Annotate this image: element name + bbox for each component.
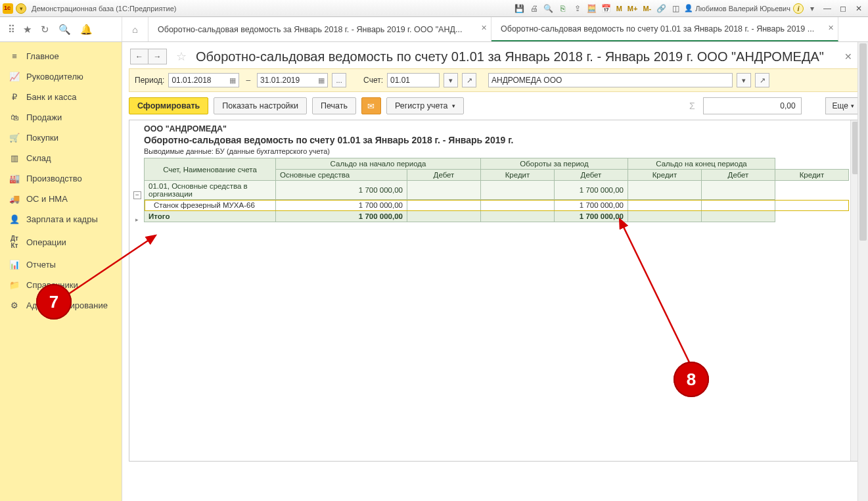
tab-home[interactable]: ⌂ [122,17,148,41]
row-value: 1 700 000,00 [276,211,407,222]
more-label: Еще [833,101,848,110]
sidebar-item-assets[interactable]: 🚚ОС и НМА [0,189,122,209]
account-label: Счет: [363,76,383,85]
notifications-icon[interactable]: 🔔 [80,24,93,36]
tab-report-1[interactable]: Оборотно-сальдовая ведомость за Январь 2… [148,17,491,41]
tab-close-icon[interactable]: ✕ [481,24,487,32]
col-credit: Кредит [481,170,555,181]
organization-value: АНДРОМЕДА ООО [491,76,562,85]
calendar-icon[interactable]: ▦ [318,76,325,85]
sidebar-item-label: Руководителю [26,72,83,82]
sidebar-item-operations[interactable]: ДтКтОперации [0,229,122,254]
period-picker-button[interactable]: ... [332,73,346,87]
sidebar-item-purchases[interactable]: 🛒Покупки [0,128,122,148]
report-title: Оборотно-сальдовая ведомость по счету 01… [144,133,857,145]
export-icon[interactable]: ⇪ [572,3,583,14]
content-scrollbar[interactable] [857,42,868,501]
app-logo-icon [3,3,13,14]
table-row-total: Итого 1 700 000,00 1 700 000,00 [145,211,849,222]
close-window-button[interactable]: ✕ [852,4,865,13]
preview-icon[interactable]: 🔍 [543,3,555,14]
sidebar-item-warehouse[interactable]: ▥Склад [0,148,122,168]
org-open-button[interactable]: ↗ [755,73,769,87]
sidebar-item-reports[interactable]: 📊Отчеты [0,254,122,275]
link-icon[interactable]: 🔗 [655,3,667,14]
sidebar-item-label: Зарплата и кадры [26,214,98,224]
collapse-row-button[interactable]: − [133,191,141,199]
mail-button[interactable]: ✉ [361,97,381,114]
account-open-button[interactable]: ↗ [462,73,476,87]
calendar-icon[interactable]: ▦ [229,76,236,85]
calc-icon[interactable]: 🧮 [586,3,598,14]
row-value: 1 700 000,00 [276,200,407,211]
print-icon[interactable]: 🖨 [528,3,540,14]
save-icon[interactable]: 💾 [514,3,526,14]
col-credit: Кредит [775,170,849,181]
memory-mminus-button[interactable]: M- [641,5,652,12]
favorite-icon[interactable]: ★ [23,24,32,36]
app-title: Демонстрационная база (1С:Предприятие) [32,5,176,12]
page-close-button[interactable]: ✕ [840,51,856,62]
show-settings-button[interactable]: Показать настройки [214,97,307,114]
content-area: ← → ☆ Оборотно-сальдовая ведомость по сч… [122,42,868,501]
sidebar-item-manager[interactable]: 📈Руководителю [0,66,122,87]
sidebar-item-sales[interactable]: 🛍Продажи [0,107,122,128]
report-viewport[interactable]: ООО "АНДРОМЕДА" Оборотно-сальдовая ведом… [129,120,861,462]
col-debit: Дебет [555,170,628,181]
tab-label: Оборотно-сальдовая ведомость за Январь 2… [158,25,462,34]
account-dropdown-button[interactable]: ▾ [444,73,458,87]
user-area[interactable]: 👤 Любимов Валерий Юрьевич [684,4,790,12]
minimize-button[interactable]: — [821,4,834,13]
info-dropdown-icon[interactable]: ▾ [806,3,818,14]
favorite-toggle-icon[interactable]: ☆ [176,49,187,64]
chevron-down-icon: ▾ [452,103,455,109]
dropdown-icon[interactable]: ▾ [16,3,26,14]
sidebar-item-main[interactable]: ≡Главное [0,46,122,66]
annotation-label: 7 [49,292,58,312]
nav-forward-button[interactable]: → [148,49,167,64]
col-account: Счет, Наименование счета [145,158,276,181]
tab-close-icon[interactable]: ✕ [828,24,834,32]
scrollbar-thumb[interactable] [859,43,867,241]
compare-icon[interactable]: ⎘ [557,3,569,14]
show-settings-label: Показать настройки [222,101,298,110]
restore-button[interactable]: ◻ [836,4,850,13]
bars-icon: 📊 [9,260,20,270]
date-to-input[interactable]: 31.01.2019 ▦ [257,73,328,87]
table-row[interactable]: Станок фрезерный МУХА-66 1 700 000,00 1 … [145,200,849,211]
table-row[interactable]: 01.01, Основные средства в организации 1… [145,181,849,200]
account-value: 01.01 [390,76,410,85]
row-value [702,211,775,222]
sum-field[interactable]: 0,00 [703,97,802,114]
col-credit: Кредит [628,170,702,181]
col-debit: Дебет [407,170,481,181]
tabbar: ⠿ ★ ↻ 🔍 🔔 ⌂ Оборотно-сальдовая ведомость… [0,17,868,42]
sidebar-item-bank[interactable]: ₽Банк и касса [0,87,122,107]
print-label: Печать [321,101,348,110]
col-saldo-end: Сальдо на конец периода [628,158,775,170]
register-button[interactable]: Регистр учета ▾ [386,97,464,114]
history-icon[interactable]: ↻ [41,24,49,36]
sidebar-item-production[interactable]: 🏭Производство [0,168,122,189]
date-from-input[interactable]: 01.01.2018 ▦ [168,73,239,87]
generate-button[interactable]: Сформировать [129,97,208,114]
date-to-value: 31.01.2019 [260,76,300,85]
nav-back-button[interactable]: ← [130,49,148,64]
more-button[interactable]: Еще ▾ [825,97,861,114]
account-input[interactable]: 01.01 [387,73,440,87]
sidebar-item-label: Операции [26,237,66,247]
organization-input[interactable]: АНДРОМЕДА ООО [488,73,733,87]
row-value: 1 700 000,00 [555,211,628,222]
sidebar-item-label: Отчеты [26,260,56,270]
apps-icon[interactable]: ⠿ [8,24,14,36]
print-button[interactable]: Печать [312,97,356,114]
sidebar-item-hr[interactable]: 👤Зарплата и кадры [0,209,122,229]
panel-icon[interactable]: ◫ [670,3,681,14]
search-icon[interactable]: 🔍 [58,24,71,36]
org-dropdown-button[interactable]: ▾ [737,73,751,87]
calendar-icon[interactable]: 📅 [601,3,612,14]
info-icon[interactable]: i [793,3,804,14]
memory-m-button[interactable]: M [615,5,624,12]
tab-report-2[interactable]: Оборотно-сальдовая ведомость по счету 01… [491,17,838,41]
memory-mplus-button[interactable]: M+ [626,5,639,12]
